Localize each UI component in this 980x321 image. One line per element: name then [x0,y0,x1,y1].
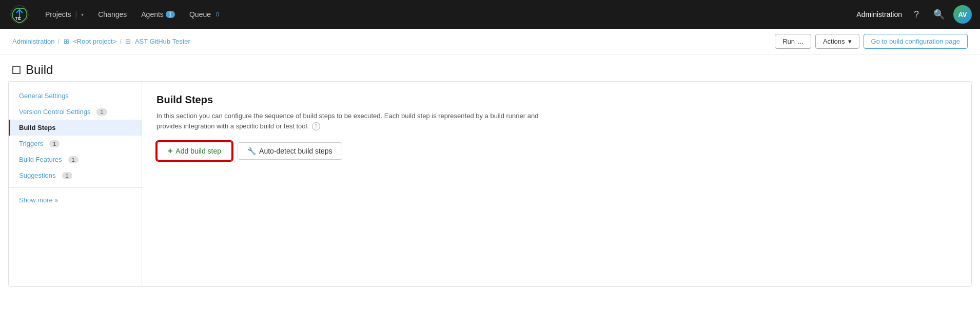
vcs-badge: 1 [96,108,107,116]
main-content: Build Steps In this section you can conf… [142,82,971,286]
run-button[interactable]: Run ... [775,34,811,49]
sidebar-item-triggers[interactable]: Triggers 1 [9,136,142,152]
breadcrumb-sep-1: / [57,37,60,45]
breadcrumb-sep-2: / [120,37,122,45]
sidebar-item-build-features[interactable]: Build Features 1 [9,152,142,167]
content-description: In this section you can configure the se… [156,111,546,131]
content-actions: + Add build step 🔧 Auto-detect build ste… [156,141,957,161]
nav-links: Projects | ▾ Changes Agents 1 Queue 0 [39,7,856,22]
page-title: Build [26,63,53,77]
build-checkbox[interactable] [12,66,21,74]
wrench-icon: 🔧 [247,147,256,155]
breadcrumb-root-project[interactable]: <Root project> [73,37,116,45]
nav-queue[interactable]: Queue 0 [183,7,228,22]
content-title: Build Steps [156,94,957,106]
auto-detect-button[interactable]: 🔧 Auto-detect build steps [238,142,342,160]
user-avatar[interactable]: AV [953,5,972,24]
actions-button[interactable]: Actions ▾ [815,34,859,49]
tc-logo[interactable]: TC [8,3,31,26]
nav-changes[interactable]: Changes [92,7,133,22]
topnav-right: Administration ? 🔍 AV [856,5,972,24]
actions-dropdown-arrow: ▾ [848,37,852,45]
search-button[interactable]: 🔍 [931,6,947,23]
breadcrumb: Administration / ⊞ <Root project> / ⊞ AS… [12,37,190,45]
breadcrumb-actions: Run ... Actions ▾ Go to build configurat… [775,34,968,49]
sidebar-item-version-control[interactable]: Version Control Settings 1 [9,104,142,120]
page-title-bar: Build [0,54,980,81]
help-button[interactable]: ? [908,6,925,23]
add-build-step-button[interactable]: + Add build step [156,141,232,161]
sidebar-item-suggestions[interactable]: Suggestions 1 [9,167,142,183]
agents-badge: 1 [166,11,175,18]
nav-divider: | [75,10,77,18]
root-project-icon: ⊞ [63,38,70,45]
go-to-build-config-button[interactable]: Go to build configuration page [864,34,968,49]
svg-text:TC: TC [15,16,21,21]
projects-dropdown-arrow[interactable]: ▾ [81,12,84,17]
ast-project-icon: ⊞ [125,38,132,45]
breadcrumb-ast-github-tester[interactable]: AST GitHub Tester [135,37,190,45]
plus-icon: + [168,146,172,156]
queue-badge: 0 [213,11,222,18]
top-navigation: TC Projects | ▾ Changes Agents 1 Queue 0… [0,0,980,29]
help-tooltip-icon[interactable]: ? [312,122,320,130]
sidebar-divider [9,187,142,188]
breadcrumb-bar: Administration / ⊞ <Root project> / ⊞ AS… [0,29,980,54]
show-more-link[interactable]: Show more » [9,192,142,208]
triggers-badge: 1 [49,140,60,147]
sidebar: General Settings Version Control Setting… [9,82,142,286]
admin-link[interactable]: Administration [856,10,902,18]
nav-projects[interactable]: Projects | ▾ [39,7,90,22]
sidebar-item-build-steps[interactable]: Build Steps [9,120,142,136]
suggestions-badge: 1 [62,172,72,179]
main-layout: General Settings Version Control Setting… [8,81,972,287]
breadcrumb-administration[interactable]: Administration [12,37,54,45]
sidebar-item-general-settings[interactable]: General Settings [9,88,142,104]
build-features-badge: 1 [68,156,79,163]
nav-agents[interactable]: Agents 1 [135,7,181,22]
